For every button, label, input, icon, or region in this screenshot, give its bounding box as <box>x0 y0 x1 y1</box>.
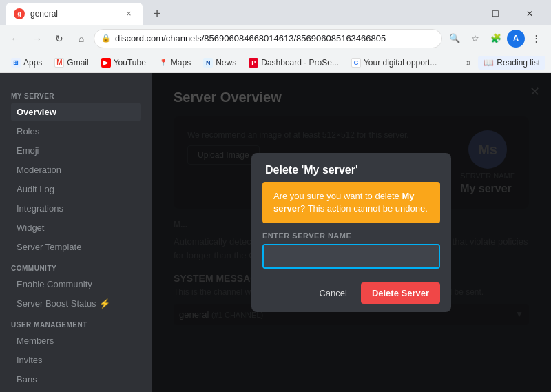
dialog-footer: Cancel Delete Server <box>251 274 451 312</box>
back-button[interactable]: ← <box>6 29 25 48</box>
delete-server-button[interactable]: Delete Server <box>361 282 440 304</box>
sidebar-item-enable-community[interactable]: Enable Community <box>11 275 141 293</box>
close-button[interactable]: ✕ <box>514 3 545 25</box>
youtube-label: YouTube <box>114 58 146 68</box>
minimize-button[interactable]: — <box>445 3 477 25</box>
cancel-button[interactable]: Cancel <box>311 282 355 304</box>
address-text: discord.com/channels/856906084668014613/… <box>115 33 435 43</box>
browser-content: MY SERVER Overview Roles Emoji Moderatio… <box>0 73 551 392</box>
warning-prefix: Are you sure you want to delete <box>273 191 402 201</box>
user-management-label: USER MANAGEMENT <box>11 321 141 329</box>
bookmark-news[interactable]: N News <box>198 56 242 70</box>
sidebar-item-widget[interactable]: Widget <box>11 218 141 237</box>
community-label: COMMUNITY <box>11 265 141 272</box>
sidebar-item-members[interactable]: Members <box>11 331 141 350</box>
profile-button[interactable]: A <box>507 30 525 48</box>
tab-close-button[interactable]: × <box>123 8 135 20</box>
news-favicon: N <box>203 58 213 68</box>
tab-favicon: g <box>14 8 25 19</box>
dialog-title: Delete 'My server' <box>265 164 437 176</box>
navigation-bar: ← → ↻ ⌂ 🔒 discord.com/channels/856906084… <box>0 25 551 52</box>
field-label: ENTER SERVER NAME <box>262 231 440 240</box>
sidebar-item-overview[interactable]: Overview <box>11 103 141 121</box>
sidebar-item-moderation[interactable]: Moderation <box>11 161 141 179</box>
sidebar-item-integrations[interactable]: Integrations <box>11 199 141 218</box>
tab-title: general <box>30 9 117 19</box>
warning-suffix: ? This action cannot be undone. <box>300 203 428 214</box>
gmail-favicon: M <box>54 58 64 68</box>
sidebar-item-delete-server[interactable]: Delete Server <box>11 389 141 392</box>
server-boost-label: Server Boost Status <box>17 298 96 309</box>
maps-label: Maps <box>171 58 191 68</box>
bookmark-maps[interactable]: 📍 Maps <box>153 56 196 70</box>
youtube-favicon: ▶ <box>101 58 111 68</box>
new-tab-button[interactable]: + <box>146 3 168 25</box>
discord-layout: MY SERVER Overview Roles Emoji Moderatio… <box>0 73 551 392</box>
dialog-overlay: Delete 'My server' Are you sure you want… <box>152 73 551 392</box>
sidebar-item-audit-log[interactable]: Audit Log <box>11 180 141 198</box>
bookmark-gmail[interactable]: M Gmail <box>49 56 94 70</box>
pinterest-favicon: P <box>249 58 258 68</box>
discord-sidebar: MY SERVER Overview Roles Emoji Moderatio… <box>0 73 152 392</box>
window-controls: — ☐ ✕ <box>445 3 551 25</box>
server-name-input[interactable] <box>264 245 439 267</box>
google-favicon: G <box>351 58 361 68</box>
reading-list-button[interactable]: 📖 Reading list <box>478 56 545 70</box>
boost-icon: ⚡ <box>99 298 110 309</box>
sidebar-item-server-boost[interactable]: Server Boost Status ⚡ <box>11 294 141 313</box>
browser-frame: g general × + — ☐ ✕ ← → ↻ ⌂ 🔒 discord.co… <box>0 0 551 392</box>
apps-favicon: ⊞ <box>11 58 21 68</box>
address-bar[interactable]: 🔒 discord.com/channels/85690608466801461… <box>94 29 442 48</box>
news-label: News <box>216 58 236 68</box>
bookmark-youtube[interactable]: ▶ YouTube <box>96 56 152 70</box>
sidebar-item-invites[interactable]: Invites <box>11 351 141 369</box>
lock-icon: 🔒 <box>101 34 111 43</box>
bookmarks-more-button[interactable]: » <box>460 54 477 71</box>
gmail-label: Gmail <box>67 58 88 68</box>
delete-server-dialog: Delete 'My server' Are you sure you want… <box>251 153 451 312</box>
bookmark-star-icon[interactable]: ☆ <box>466 29 485 48</box>
more-options-icon[interactable]: ⋮ <box>526 29 545 48</box>
apps-label: Apps <box>23 58 42 68</box>
sidebar-item-bans[interactable]: Bans <box>11 370 141 389</box>
sidebar-item-roles[interactable]: Roles <box>11 122 141 141</box>
nav-right-buttons: 🔍 ☆ 🧩 A ⋮ <box>445 29 545 48</box>
maps-favicon: 📍 <box>158 58 168 68</box>
dialog-header: Delete 'My server' <box>251 153 451 182</box>
sidebar-item-emoji[interactable]: Emoji <box>11 141 141 160</box>
discord-main: ✕ Server Overview We recommend an image … <box>152 73 551 392</box>
maximize-button[interactable]: ☐ <box>479 3 511 25</box>
bookmarks-bar: ⊞ Apps M Gmail ▶ YouTube 📍 Maps N News P… <box>0 52 551 73</box>
bookmark-google-digital[interactable]: G Your digital opport... <box>346 56 442 70</box>
sidebar-item-server-template[interactable]: Server Template <box>11 238 141 256</box>
extensions-icon[interactable]: 🧩 <box>486 29 506 48</box>
input-wrapper <box>262 244 440 269</box>
tab-bar: g general × + — ☐ ✕ <box>0 0 551 25</box>
search-icon[interactable]: 🔍 <box>445 29 464 48</box>
forward-button[interactable]: → <box>28 29 47 48</box>
google-digital-label: Your digital opport... <box>364 58 437 68</box>
active-tab[interactable]: g general × <box>6 3 143 25</box>
bookmark-dashboard[interactable]: P Dashboard - ProSe... <box>243 56 344 70</box>
refresh-button[interactable]: ↻ <box>50 29 69 48</box>
reading-list-label: Reading list <box>497 58 540 68</box>
dashboard-label: Dashboard - ProSe... <box>261 58 339 68</box>
reading-list-icon: 📖 <box>484 58 494 68</box>
dialog-field: ENTER SERVER NAME <box>251 231 451 274</box>
my-server-label: MY SERVER <box>11 92 141 100</box>
dialog-warning: Are you sure you want to delete My serve… <box>262 182 440 223</box>
bookmark-apps[interactable]: ⊞ Apps <box>6 56 48 70</box>
home-button[interactable]: ⌂ <box>72 29 91 48</box>
